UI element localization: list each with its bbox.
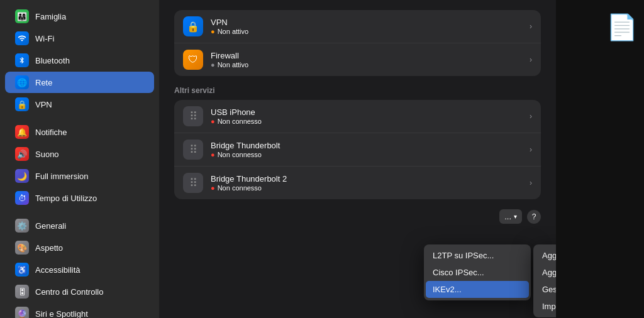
- sidebar-item-centro[interactable]: 🎛 Centro di Controllo: [5, 281, 154, 302]
- firewall-status-text: Non attivo: [218, 61, 249, 69]
- famiglia-icon: 👨‍👩‍👧: [15, 9, 29, 23]
- vpn-status-text: Non attivo: [218, 28, 249, 35]
- sidebar-item-aspetto[interactable]: 🎨 Aspetto: [5, 237, 154, 258]
- sidebar-item-siri[interactable]: 🔮 Siri e Spotlight: [5, 303, 154, 318]
- bridge1-service-icon: ⠿: [183, 140, 203, 160]
- sidebar: 👨‍👩‍👧 Famiglia Wi-Fi Bluetooth 🌐 Rete 🔒 …: [0, 0, 159, 318]
- top-services-card: 🔒 VPN ● Non attivo › 🛡 Firewall ● Non at…: [174, 10, 541, 76]
- bridge2-service-icon: ⠿: [183, 173, 203, 193]
- usb-service-item[interactable]: ⠿ USB iPhone ● Non connesso ›: [174, 100, 541, 133]
- sidebar-item-full[interactable]: 🌙 Full immersion: [5, 165, 154, 187]
- sidebar-item-bluetooth[interactable]: Bluetooth: [5, 50, 154, 71]
- actions-dropdown: Aggiungi servizio... Aggiungi configuraz…: [533, 244, 556, 317]
- dropdown-ikev2[interactable]: IKEv2...: [426, 281, 529, 298]
- dots-button[interactable]: ... ▾: [499, 209, 522, 224]
- vpn-chevron: ›: [530, 22, 532, 31]
- firewall-service-name: Firewall: [211, 51, 522, 60]
- firewall-service-info: Firewall ● Non attivo: [211, 51, 522, 69]
- sidebar-label-famiglia: Famiglia: [35, 12, 66, 21]
- altri-servizi-title: Altri servizi: [174, 86, 541, 95]
- bridge2-chevron: ›: [530, 178, 532, 187]
- wifi-icon: [15, 31, 29, 45]
- bridge1-status-dot: ●: [211, 151, 215, 158]
- firewall-service-status: ● Non attivo: [211, 61, 522, 69]
- vpn-status-dot: ●: [211, 28, 215, 35]
- sidebar-item-famiglia[interactable]: 👨‍👩‍👧 Famiglia: [5, 6, 154, 27]
- bridge1-chevron: ›: [530, 145, 532, 154]
- bridge1-service-status: ● Non connesso: [211, 151, 522, 158]
- sidebar-label-siri: Siri e Spotlight: [35, 309, 88, 319]
- bridge2-status-text: Non connesso: [218, 184, 262, 192]
- firewall-service-icon: 🛡: [183, 50, 203, 70]
- bridge1-service-item[interactable]: ⠿ Bridge Thunderbolt ● Non connesso ›: [174, 133, 541, 167]
- sidebar-label-suono: Suono: [35, 150, 59, 159]
- sidebar-item-generali[interactable]: ⚙️ Generali: [5, 215, 154, 236]
- full-icon: 🌙: [15, 169, 29, 183]
- altri-servizi-card: ⠿ USB iPhone ● Non connesso › ⠿ Bridge T…: [174, 100, 541, 199]
- right-overlay: 📄: [556, 0, 644, 318]
- firewall-status-dot: ●: [211, 61, 215, 69]
- dropdown-aggiungi-vpn[interactable]: Aggiungi configurazione VPN ›: [533, 264, 556, 281]
- main-content: 🔒 VPN ● Non attivo › 🛡 Firewall ● Non at…: [159, 0, 556, 318]
- sidebar-item-tempo[interactable]: ⏱ Tempo di Utilizzo: [5, 187, 154, 209]
- firewall-service-item[interactable]: 🛡 Firewall ● Non attivo ›: [174, 43, 541, 76]
- vpn-service-info: VPN ● Non attivo: [211, 18, 522, 35]
- usb-service-status: ● Non connesso: [211, 118, 522, 125]
- sidebar-label-tempo: Tempo di Utilizzo: [35, 194, 97, 203]
- vpn-service-icon: 🔒: [183, 16, 203, 36]
- bridge1-status-text: Non connesso: [218, 151, 262, 158]
- sidebar-label-generali: Generali: [35, 221, 66, 231]
- siri-icon: 🔮: [15, 307, 29, 318]
- vpn-service-status: ● Non attivo: [211, 28, 522, 35]
- bottom-bar: ... ▾ ?: [174, 209, 541, 224]
- bridge2-service-item[interactable]: ⠿ Bridge Thunderbolt 2 ● Non connesso ›: [174, 167, 541, 199]
- bluetooth-icon: [15, 53, 29, 67]
- sidebar-label-vpn: VPN: [35, 100, 52, 109]
- usb-status-text: Non connesso: [218, 118, 262, 125]
- sidebar-item-notifiche[interactable]: 🔔 Notifiche: [5, 121, 154, 143]
- sidebar-item-suono[interactable]: 🔊 Suono: [5, 143, 154, 165]
- usb-service-icon: ⠿: [183, 106, 203, 126]
- sidebar-label-aspetto: Aspetto: [35, 243, 63, 253]
- sidebar-label-rete: Rete: [35, 78, 52, 87]
- dropdown-cisco[interactable]: Cisco IPSec...: [424, 264, 531, 281]
- centro-icon: 🎛: [15, 285, 29, 299]
- usb-service-info: USB iPhone ● Non connesso: [211, 107, 522, 125]
- generali-icon: ⚙️: [15, 219, 29, 233]
- file-icon: 📄: [606, 13, 638, 42]
- aspetto-icon: 🎨: [15, 241, 29, 255]
- dropdown-gestisci[interactable]: Gestisci interfacce virtuali...: [533, 281, 556, 298]
- sidebar-label-full: Full immersion: [35, 172, 89, 181]
- help-label: ?: [532, 212, 536, 221]
- sidebar-label-accessibilita: Accessibilità: [35, 265, 80, 275]
- bridge2-service-info: Bridge Thunderbolt 2 ● Non connesso: [211, 174, 522, 192]
- sidebar-label-bluetooth: Bluetooth: [35, 56, 70, 65]
- notifiche-icon: 🔔: [15, 125, 29, 139]
- vpn-icon: 🔒: [15, 97, 29, 111]
- usb-status-dot: ●: [211, 118, 215, 125]
- dropdown-aggiungi[interactable]: Aggiungi servizio...: [533, 247, 556, 264]
- help-button[interactable]: ?: [527, 210, 541, 224]
- usb-chevron: ›: [530, 112, 532, 121]
- accessibilita-icon: ♿: [15, 263, 29, 277]
- firewall-chevron: ›: [530, 55, 532, 64]
- sidebar-label-centro: Centro di Controllo: [35, 287, 103, 297]
- vpn-service-name: VPN: [211, 18, 522, 27]
- sidebar-item-vpn[interactable]: 🔒 VPN: [5, 94, 154, 115]
- vpn-service-item[interactable]: 🔒 VPN ● Non attivo ›: [174, 10, 541, 43]
- bridge2-service-status: ● Non connesso: [211, 184, 522, 192]
- dropdown-aggiungi-vpn-label: Aggiungi configurazione VPN: [542, 268, 556, 277]
- dropdown-l2tp[interactable]: L2TP su IPSec...: [424, 247, 531, 264]
- usb-service-name: USB iPhone: [211, 107, 522, 117]
- dropdown-container: L2TP su IPSec... Cisco IPSec... IKEv2...…: [424, 244, 531, 300]
- dots-chevron-icon: ▾: [514, 213, 517, 220]
- vpn-type-dropdown: L2TP su IPSec... Cisco IPSec... IKEv2...: [424, 244, 531, 300]
- dropdown-ordine[interactable]: Imposta ordine servizio...: [533, 298, 556, 315]
- sidebar-label-wifi: Wi-Fi: [35, 34, 54, 43]
- sidebar-label-notifiche: Notifiche: [35, 128, 67, 137]
- suono-icon: 🔊: [15, 147, 29, 161]
- sidebar-item-rete[interactable]: 🌐 Rete: [5, 72, 154, 93]
- sidebar-item-accessibilita[interactable]: ♿ Accessibilità: [5, 259, 154, 280]
- sidebar-item-wifi[interactable]: Wi-Fi: [5, 28, 154, 49]
- bridge2-service-name: Bridge Thunderbolt 2: [211, 174, 522, 184]
